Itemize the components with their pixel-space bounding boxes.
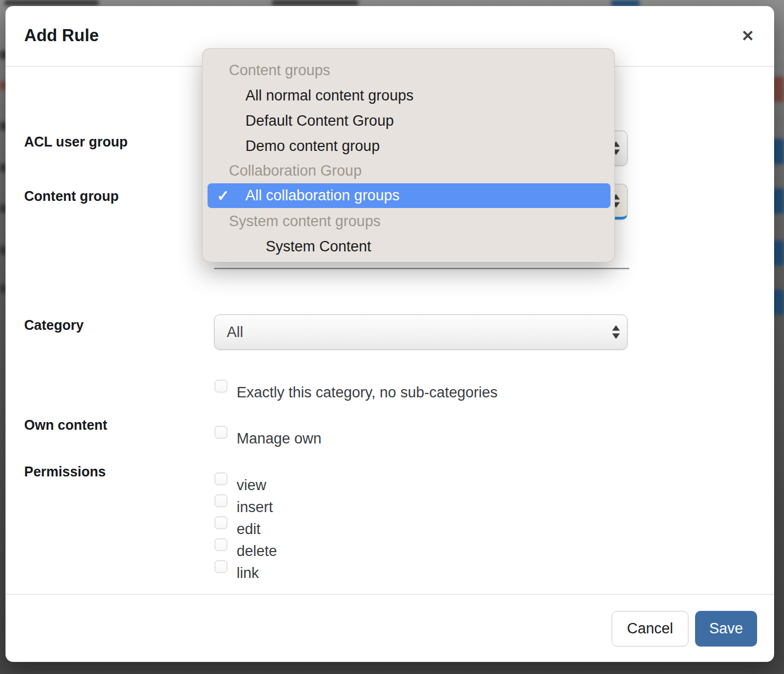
dropdown-group-header: System content groups xyxy=(203,209,614,234)
dropdown-option-selected[interactable]: ✓ All collaboration groups xyxy=(208,183,611,208)
permission-checkbox-delete[interactable] xyxy=(215,538,227,551)
permission-label-insert: insert xyxy=(237,499,273,515)
own-content-label: Own content xyxy=(24,417,107,433)
dropdown-option[interactable]: Default Content Group xyxy=(203,108,614,133)
dropdown-option[interactable]: All normal content groups xyxy=(203,83,614,108)
cancel-button[interactable]: Cancel xyxy=(612,611,688,647)
dropdown-group-header: Content groups xyxy=(203,58,614,83)
select-stepper-icon xyxy=(612,325,620,339)
background-page-remnant xyxy=(4,0,99,5)
modal-title: Add Rule xyxy=(24,26,99,45)
dropdown-option[interactable]: Demo content group xyxy=(203,133,614,159)
exact-category-checkbox-label: Exactly this category, no sub-categories xyxy=(237,384,497,401)
dropdown-option-label: All collaboration groups xyxy=(238,187,400,204)
dropdown-option[interactable]: System Content xyxy=(203,234,614,259)
screen: Add Rule ✕ ACL user group Content group … xyxy=(0,0,784,674)
manage-own-checkbox[interactable] xyxy=(215,426,227,439)
content-group-label: Content group xyxy=(24,188,119,204)
close-icon[interactable]: ✕ xyxy=(736,24,760,48)
content-group-dropdown-popup: Content groups All normal content groups… xyxy=(202,48,615,262)
checkmark-icon: ✓ xyxy=(208,187,238,205)
footer-divider xyxy=(5,594,774,595)
dropdown-group-header: Collaboration Group xyxy=(203,158,614,183)
permission-label-delete: delete xyxy=(237,543,277,559)
category-select[interactable]: All xyxy=(214,314,628,350)
exact-category-checkbox[interactable] xyxy=(215,380,227,392)
permission-checkbox-insert[interactable] xyxy=(215,495,227,507)
permission-label-edit: edit xyxy=(237,521,261,537)
save-button[interactable]: Save xyxy=(695,611,757,647)
category-label: Category xyxy=(24,317,83,333)
permission-checkbox-view[interactable] xyxy=(215,473,227,485)
input-underline xyxy=(214,268,629,269)
permission-checkbox-edit[interactable] xyxy=(215,516,227,529)
category-select-value: All xyxy=(227,324,243,341)
permission-checkbox-link[interactable] xyxy=(215,560,227,573)
background-page-remnant xyxy=(272,0,359,5)
acl-user-group-label: ACL user group xyxy=(24,134,127,149)
permission-label-view: view xyxy=(237,477,266,493)
manage-own-checkbox-label: Manage own xyxy=(237,430,322,447)
permission-label-link: link xyxy=(237,565,259,581)
permissions-label: Permissions xyxy=(24,464,106,479)
